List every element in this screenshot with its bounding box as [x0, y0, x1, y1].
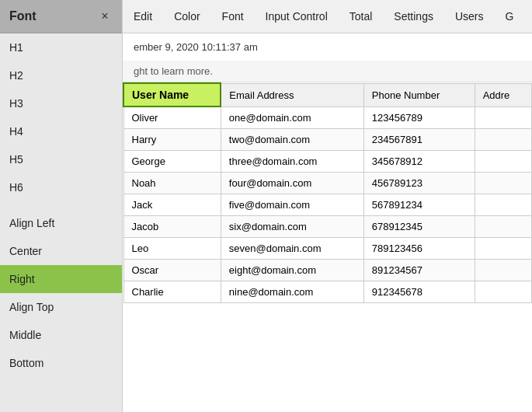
table-row: Jacobsix@domain.com678912345 — [123, 216, 532, 238]
table-row: Charlienine@domain.com912345678 — [123, 281, 532, 303]
font-panel-item-align-top[interactable]: Align Top — [0, 293, 122, 321]
font-panel-items: H1H2H3H4H5H6Align LeftCenterRightAlign T… — [0, 33, 122, 377]
table-row: Oliverone@domain.com123456789 — [123, 106, 532, 129]
font-panel-separator — [0, 201, 122, 209]
table-cell-1-1: two@domain.com — [221, 129, 363, 151]
font-panel-item-h5[interactable]: H5 — [0, 145, 122, 173]
font-panel-item-right[interactable]: Right — [0, 265, 122, 293]
table-cell-5-1: six@domain.com — [221, 216, 363, 238]
table-cell-3-1: four@domain.com — [221, 173, 363, 194]
font-panel-item-center[interactable]: Center — [0, 237, 122, 265]
table-header-1: Email Address — [221, 83, 363, 106]
table-header-0: User Name — [123, 83, 221, 106]
table-cell-8-2: 912345678 — [363, 281, 475, 303]
table-row: Georgethree@domain.com345678912 — [123, 151, 532, 173]
menu-item-users[interactable]: Users — [444, 0, 495, 33]
table-cell-5-2: 678912345 — [363, 216, 475, 238]
table-cell-0-2: 123456789 — [363, 106, 475, 129]
font-panel-item-h2[interactable]: H2 — [0, 61, 122, 89]
table-cell-7-0: Oscar — [123, 260, 221, 281]
table-cell-6-3 — [475, 238, 531, 260]
table-cell-0-1: one@domain.com — [221, 106, 363, 129]
learn-more-text: ght to learn more. — [134, 65, 213, 77]
table-cell-4-1: five@domain.com — [221, 194, 363, 216]
table-cell-2-3 — [475, 151, 531, 173]
table-cell-5-0: Jacob — [123, 216, 221, 238]
info-bar: ght to learn more. — [123, 61, 532, 82]
table-cell-5-3 — [475, 216, 531, 238]
table-cell-0-0: Oliver — [123, 106, 221, 129]
table-cell-1-3 — [475, 129, 531, 151]
table-row: Leoseven@domain.com789123456 — [123, 238, 532, 260]
table-cell-3-2: 456789123 — [363, 173, 475, 194]
table-cell-6-1: seven@domain.com — [221, 238, 363, 260]
table-row: Noahfour@domain.com456789123 — [123, 173, 532, 194]
table-cell-1-0: Harry — [123, 129, 221, 151]
close-icon[interactable]: × — [97, 9, 113, 24]
font-panel: Font × H1H2H3H4H5H6Align LeftCenterRight… — [0, 0, 123, 412]
table-body: Oliverone@domain.com123456789Harrytwo@do… — [123, 106, 532, 303]
font-panel-item-h3[interactable]: H3 — [0, 89, 122, 117]
main-content: ember 9, 2020 10:11:37 am ght to learn m… — [123, 33, 532, 412]
table-head: User NameEmail AddressPhone NumberAddre — [123, 83, 532, 106]
menu-item-font[interactable]: Font — [211, 0, 255, 33]
table-cell-4-0: Jack — [123, 194, 221, 216]
font-panel-header: Font × — [0, 0, 122, 33]
font-panel-item-h4[interactable]: H4 — [0, 117, 122, 145]
menu-item-settings[interactable]: Settings — [383, 0, 444, 33]
menu-item-input-control[interactable]: Input Control — [255, 0, 339, 33]
menu-item-color[interactable]: Color — [163, 0, 210, 33]
table-cell-7-1: eight@domain.com — [221, 260, 363, 281]
table-row: Oscareight@domain.com891234567 — [123, 260, 532, 281]
table-cell-2-1: three@domain.com — [221, 151, 363, 173]
font-panel-item-h6[interactable]: H6 — [0, 173, 122, 201]
table-cell-4-3 — [475, 194, 531, 216]
table-cell-2-2: 345678912 — [363, 151, 475, 173]
table-cell-3-3 — [475, 173, 531, 194]
table-cell-6-2: 789123456 — [363, 238, 475, 260]
menubar-items: EditColorFontInput ControlTotalSettingsU… — [123, 0, 524, 33]
font-panel-item-middle[interactable]: Middle — [0, 321, 122, 349]
date-bar: ember 9, 2020 10:11:37 am — [123, 33, 532, 61]
table-cell-8-3 — [475, 281, 531, 303]
table-header-2: Phone Number — [363, 83, 475, 106]
menu-item-edit[interactable]: Edit — [123, 0, 163, 33]
menubar: EditColorFontInput ControlTotalSettingsU… — [123, 0, 532, 33]
table-cell-7-2: 891234567 — [363, 260, 475, 281]
table-cell-4-2: 567891234 — [363, 194, 475, 216]
table-row: Jackfive@domain.com567891234 — [123, 194, 532, 216]
table-cell-2-0: George — [123, 151, 221, 173]
table-cell-7-3 — [475, 260, 531, 281]
table-cell-1-2: 234567891 — [363, 129, 475, 151]
table-row: Harrytwo@domain.com234567891 — [123, 129, 532, 151]
menu-item-g[interactable]: G — [495, 0, 525, 33]
table-cell-8-0: Charlie — [123, 281, 221, 303]
font-panel-title: Font — [9, 9, 37, 23]
table-cell-3-0: Noah — [123, 173, 221, 194]
table-wrapper: User NameEmail AddressPhone NumberAddre … — [123, 82, 532, 303]
font-panel-item-h1[interactable]: H1 — [0, 33, 122, 61]
font-panel-item-bottom[interactable]: Bottom — [0, 349, 122, 377]
font-panel-item-align-left[interactable]: Align Left — [0, 209, 122, 237]
table-cell-6-0: Leo — [123, 238, 221, 260]
menu-item-total[interactable]: Total — [339, 0, 384, 33]
table-header-3: Addre — [475, 83, 531, 106]
table-cell-8-1: nine@domain.com — [221, 281, 363, 303]
date-label: ember 9, 2020 10:11:37 am — [134, 41, 258, 53]
data-table: User NameEmail AddressPhone NumberAddre … — [123, 82, 532, 303]
table-cell-0-3 — [475, 106, 531, 129]
